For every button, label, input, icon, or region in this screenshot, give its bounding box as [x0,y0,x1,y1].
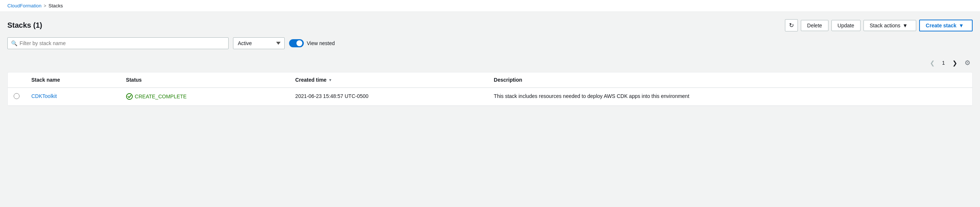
table-header-created-time[interactable]: Created time ▼ [290,72,488,88]
stack-name-link[interactable]: CDKToolkit [31,93,57,99]
table-header-description: Description [488,72,972,88]
page-header: Stacks (1) ↻ Delete Update Stack actions… [7,19,973,31]
stacks-data-table: Stack name Status Created time ▼ Descrip… [8,72,972,106]
refresh-icon: ↻ [789,22,794,29]
row-description-cell: This stack includes resources needed to … [488,88,972,106]
create-stack-chevron-icon: ▼ [959,22,964,29]
update-button[interactable]: Update [831,20,861,31]
toggle-slider [289,39,304,47]
table-header-stack-name: Stack name [25,72,120,88]
main-content: Stacks (1) ↻ Delete Update Stack actions… [0,12,980,106]
description-text: This stack includes resources needed to … [494,93,689,99]
stack-actions-chevron-icon: ▼ [902,22,908,29]
created-time-value: 2021-06-23 15:48:57 UTC-0500 [295,93,368,99]
row-created-time-cell: 2021-06-23 15:48:57 UTC-0500 [290,88,488,106]
delete-button[interactable]: Delete [801,20,828,31]
breadcrumb-separator: > [44,3,46,8]
table-header: Stack name Status Created time ▼ Descrip… [8,72,972,88]
row-select-radio[interactable] [14,93,19,99]
pagination-current: 1 [940,60,947,66]
status-badge: CREATE_COMPLETE [126,93,283,100]
view-nested-toggle[interactable] [289,39,304,47]
create-stack-button[interactable]: Create stack ▼ [919,19,973,31]
pagination-prev-button[interactable]: ❮ [928,59,937,67]
stack-actions-button[interactable]: Stack actions ▼ [864,20,916,31]
table-body: CDKToolkit CREATE_COMPLETE 2021-06-23 15 [8,88,972,106]
row-stack-name-cell: CDKToolkit [25,88,120,106]
search-input[interactable] [7,37,229,49]
table-header-checkbox-col [8,72,25,88]
row-status-cell: CREATE_COMPLETE [120,88,290,106]
stacks-table: Stack name Status Created time ▼ Descrip… [7,72,973,106]
view-nested-label: View nested [307,40,335,46]
filter-bar: 🔍 Active Deleted All View nested [7,37,973,49]
create-stack-label: Create stack [926,22,956,29]
table-header-status: Status [120,72,290,88]
stack-actions-label: Stack actions [870,22,900,29]
breadcrumb: CloudFormation > Stacks [0,0,980,12]
breadcrumb-parent[interactable]: CloudFormation [7,3,42,8]
pagination-bar: ❮ 1 ❯ ⚙ [7,55,973,71]
settings-icon: ⚙ [964,59,970,67]
table-header-row: Stack name Status Created time ▼ Descrip… [8,72,972,88]
page-title: Stacks (1) [7,21,42,30]
header-actions: ↻ Delete Update Stack actions ▼ Create s… [785,19,973,31]
row-checkbox-cell [8,88,25,106]
status-text: CREATE_COMPLETE [135,93,187,99]
status-filter-dropdown[interactable]: Active Deleted All [233,37,285,49]
breadcrumb-current: Stacks [49,3,63,8]
created-time-sort-icon: ▼ [329,78,332,82]
table-row: CDKToolkit CREATE_COMPLETE 2021-06-23 15 [8,88,972,106]
search-container: 🔍 [7,37,229,49]
svg-point-0 [126,93,132,99]
pagination-next-button[interactable]: ❯ [950,59,959,67]
search-icon: 🔍 [11,40,18,46]
table-settings-button[interactable]: ⚙ [962,58,973,67]
status-complete-icon [126,93,133,100]
view-nested-toggle-container: View nested [289,39,335,47]
refresh-button[interactable]: ↻ [785,19,798,31]
